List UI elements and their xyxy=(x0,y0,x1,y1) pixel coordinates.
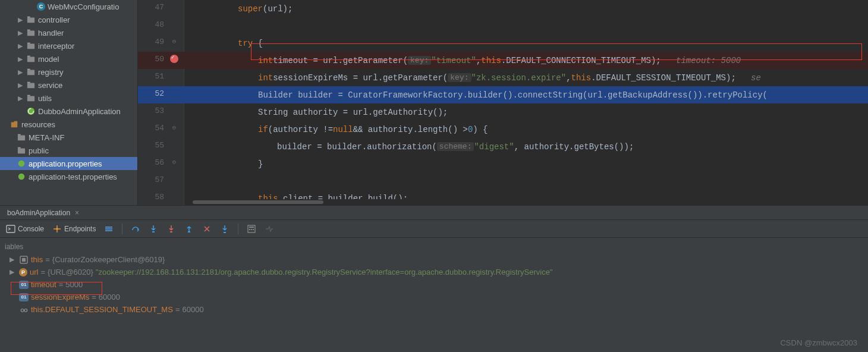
svg-rect-21 xyxy=(253,229,254,230)
expand-icon[interactable]: ▶ xyxy=(18,42,24,50)
tree-item-resources[interactable]: ▶ resources xyxy=(0,118,137,131)
variable-row[interactable]: ▶ oo this.DEFAULT_SESSION_TIMEOUT_MS = 6… xyxy=(4,303,864,316)
svg-rect-9 xyxy=(18,149,25,154)
tree-item-webmvc[interactable]: ▶ C WebMvcConfiguratio xyxy=(0,0,137,13)
run-config-tab[interactable]: boAdminApplication × xyxy=(1,207,85,219)
run-to-cursor-icon[interactable] xyxy=(220,224,229,234)
code-line[interactable]: 53 String authority = url.getAuthority()… xyxy=(138,103,868,121)
svg-rect-14 xyxy=(152,231,155,232)
svg-rect-19 xyxy=(249,229,250,230)
properties-icon xyxy=(17,172,26,181)
expand-icon[interactable]: ▶ xyxy=(18,81,24,89)
svg-rect-1 xyxy=(27,31,34,36)
tree-item-model[interactable]: ▶ model xyxy=(0,52,137,65)
tree-item-handler[interactable]: ▶ handler xyxy=(0,26,137,39)
tree-label: resources xyxy=(21,120,55,129)
tree-label: utils xyxy=(38,94,52,103)
console-tab[interactable]: Console xyxy=(6,224,44,234)
svg-rect-18 xyxy=(249,227,254,228)
fold-icon[interactable]: ⊖ xyxy=(169,158,180,166)
tree-item-public[interactable]: ▶ public xyxy=(0,144,137,157)
fold-icon[interactable]: ⊖ xyxy=(169,37,180,45)
code-line[interactable]: 56 ⊖ } xyxy=(138,155,868,172)
evaluate-icon[interactable] xyxy=(247,224,256,234)
constant-icon: oo xyxy=(19,306,29,314)
code-line-breakpoint[interactable]: 50 int timeout = url.getParameter( key: … xyxy=(138,52,868,69)
resources-icon xyxy=(10,120,19,129)
expand-icon[interactable]: ▶ xyxy=(18,68,24,76)
svg-rect-5 xyxy=(27,83,34,89)
expand-icon[interactable]: ▶ xyxy=(18,29,24,37)
spring-class-icon xyxy=(26,106,36,116)
close-icon[interactable]: × xyxy=(75,209,79,217)
variable-row[interactable]: ▶ P url = {URL@6020} "zookeeper://192.16… xyxy=(4,266,864,278)
endpoints-tab[interactable]: Endpoints xyxy=(52,224,96,234)
expand-icon[interactable]: ▶ xyxy=(10,268,17,276)
object-icon xyxy=(19,256,29,264)
svg-rect-23 xyxy=(22,258,26,262)
svg-point-13 xyxy=(56,228,58,230)
line-number: 49 xyxy=(144,37,164,46)
line-number: 47 xyxy=(144,3,164,12)
line-number: 55 xyxy=(144,141,164,150)
line-number: 48 xyxy=(144,20,164,29)
variable-row-timeout[interactable]: ▶ 01 timeout = 5000 xyxy=(4,278,864,291)
fold-icon[interactable]: ⊖ xyxy=(169,124,180,131)
package-icon xyxy=(26,54,36,64)
tree-label: WebMvcConfiguratio xyxy=(48,2,119,11)
code-line-current[interactable]: 52 Builder builder = CuratorFrameworkFac… xyxy=(138,86,868,103)
svg-point-11 xyxy=(18,174,25,180)
drop-frame-icon[interactable] xyxy=(202,224,212,234)
project-tree[interactable]: ▶ C WebMvcConfiguratio ▶ controller ▶ ha… xyxy=(0,0,138,205)
tree-item-utils[interactable]: ▶ utils xyxy=(0,92,137,105)
line-number: 53 xyxy=(144,106,164,115)
folder-icon xyxy=(17,133,26,142)
expand-icon[interactable]: ▶ xyxy=(18,16,24,24)
variables-header: iables xyxy=(4,240,864,253)
code-editor[interactable]: 47 super(url); 48 49 ⊖ try { 50 int time… xyxy=(138,0,868,205)
tree-label: DubboAdminApplication xyxy=(38,107,121,116)
horizontal-scrollbar[interactable] xyxy=(193,199,868,205)
variable-row[interactable]: ▶ this = {CuratorZookeeperClient@6019} xyxy=(4,253,864,266)
expand-icon[interactable]: ▶ xyxy=(18,55,24,63)
code-line[interactable]: 51 int sessionExpireMs = url.getParamete… xyxy=(138,69,868,86)
code-line[interactable]: 48 xyxy=(138,17,868,34)
variable-row[interactable]: ▶ 01 sessionExpireMs = 60000 xyxy=(4,291,864,303)
line-number: 52 xyxy=(144,89,164,98)
scrollbar-thumb[interactable] xyxy=(193,200,323,204)
tree-label: handler xyxy=(38,29,64,37)
settings-icon[interactable] xyxy=(104,224,114,234)
package-icon xyxy=(26,15,36,24)
code-line[interactable]: 47 super(url); xyxy=(138,0,868,17)
tree-item-service[interactable]: ▶ service xyxy=(0,78,137,92)
tree-item-app-props[interactable]: ▶ application.properties xyxy=(0,157,137,170)
expand-icon[interactable]: ▶ xyxy=(18,95,24,102)
code-line[interactable]: 49 ⊖ try { xyxy=(138,34,868,52)
tree-item-registry[interactable]: ▶ registry xyxy=(0,65,137,78)
svg-rect-16 xyxy=(188,231,190,232)
step-into-icon[interactable] xyxy=(149,224,158,234)
expand-icon[interactable]: ▶ xyxy=(10,256,17,263)
breakpoint-icon[interactable] xyxy=(169,55,180,65)
step-over-icon[interactable] xyxy=(131,224,140,234)
tree-label: application.properties xyxy=(29,159,102,168)
tree-label: registry xyxy=(38,68,64,77)
svg-rect-4 xyxy=(27,70,34,76)
debug-tab-bar: boAdminApplication × xyxy=(0,206,868,220)
trace-icon[interactable] xyxy=(265,224,274,234)
annotation-box xyxy=(11,282,102,295)
tree-label: application-test.properties xyxy=(29,172,117,181)
code-line[interactable]: 55 builder = builder.authorization( sche… xyxy=(138,138,868,155)
svg-rect-0 xyxy=(27,18,34,23)
tree-item-app-test-props[interactable]: ▶ application-test.properties xyxy=(0,170,137,183)
tree-item-dubboadmin[interactable]: ▶ DubboAdminApplication xyxy=(0,105,137,118)
line-number: 51 xyxy=(144,72,164,81)
step-out-icon[interactable] xyxy=(184,224,194,234)
code-line[interactable]: 57 xyxy=(138,172,868,190)
tree-item-controller[interactable]: ▶ controller xyxy=(0,13,137,26)
tree-item-interceptor[interactable]: ▶ interceptor xyxy=(0,39,137,52)
force-step-into-icon[interactable] xyxy=(166,224,176,234)
code-line[interactable]: 54 ⊖ if (authority != null && authority.… xyxy=(138,121,868,138)
tree-label: META-INF xyxy=(29,133,64,142)
tree-item-metainf[interactable]: ▶ META-INF xyxy=(0,131,137,144)
